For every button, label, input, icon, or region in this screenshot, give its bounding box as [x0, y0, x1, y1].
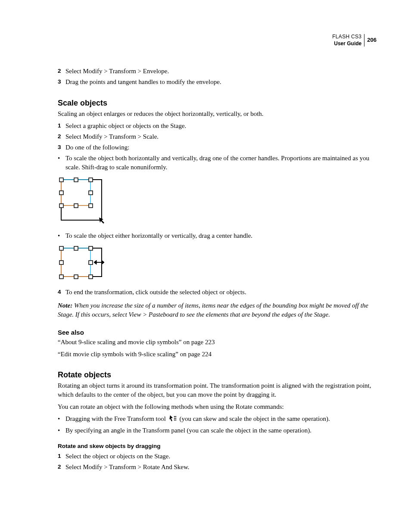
step-text: Drag the points and tangent handles to m…: [65, 78, 377, 87]
heading-rotate-skew-drag: Rotate and skew objects by dragging: [58, 443, 377, 449]
svg-rect-8: [89, 191, 93, 195]
step-number: 4: [58, 288, 65, 297]
svg-point-32: [175, 417, 176, 418]
step-text: Select a graphic object or objects on th…: [65, 121, 377, 131]
see-also-link: “About 9-slice scaling and movie clip sy…: [58, 338, 377, 346]
rotate-bullets: • Dragging with the Free Transform tool …: [58, 414, 377, 435]
svg-point-34: [175, 419, 176, 420]
header-inner: FLASH CS3 User Guide 206: [332, 34, 377, 47]
step-text: Select Modify > Transform > Rotate And S…: [65, 463, 377, 472]
page-header: FLASH CS3 User Guide 206: [58, 34, 377, 47]
page-content: FLASH CS3 User Guide 206 2 Select Modify…: [0, 0, 411, 501]
list-item: • To scale the object both horizontally …: [58, 154, 377, 172]
step-text: Do one of the following:: [65, 143, 377, 152]
rotate-p2: You can rotate an object with the follow…: [58, 402, 377, 411]
note-text: When you increase the size of a number o…: [58, 302, 368, 318]
svg-rect-23: [74, 275, 78, 279]
svg-rect-24: [89, 275, 93, 279]
figure-scale-corner: [58, 176, 377, 225]
bullet-marker: •: [58, 154, 65, 172]
step-number: 1: [58, 452, 65, 461]
svg-rect-10: [74, 204, 78, 208]
see-also-link: “Edit movie clip symbols with 9-slice sc…: [58, 350, 377, 358]
list-item: 3 Do one of the following:: [58, 143, 377, 152]
step-number: 2: [58, 67, 65, 76]
step-number: 3: [58, 143, 65, 152]
list-item: 1 Select the object or objects on the St…: [58, 452, 377, 461]
svg-rect-20: [59, 261, 63, 264]
svg-rect-7: [59, 191, 63, 195]
free-transform-tool-icon: [169, 415, 177, 424]
svg-point-29: [174, 416, 174, 417]
heading-see-also: See also: [58, 329, 377, 336]
list-item: 2 Select Modify > Transform > Scale.: [58, 132, 377, 141]
bullet-text-post: (you can skew and scale the object in th…: [179, 415, 330, 422]
note-block: Note: When you increase the size of a nu…: [58, 301, 377, 319]
bullet-marker: •: [58, 414, 65, 424]
list-item: • Dragging with the Free Transform tool …: [58, 414, 377, 424]
svg-rect-6: [89, 178, 93, 182]
list-item: 2 Select Modify > Transform > Envelope.: [58, 67, 377, 76]
list-item: 4 To end the transformation, click outsi…: [58, 288, 377, 297]
list-item: • By specifying an angle in the Transfor…: [58, 426, 377, 435]
step-text: Select Modify > Transform > Envelope.: [65, 67, 377, 76]
svg-rect-5: [74, 178, 78, 182]
svg-rect-4: [59, 178, 63, 182]
svg-rect-19: [89, 246, 93, 250]
bullet-marker: •: [58, 231, 65, 240]
scale-bullets-2: • To scale the object either horizontall…: [58, 231, 377, 240]
svg-rect-18: [74, 246, 78, 250]
bullet-text: By specifying an angle in the Transform …: [65, 426, 377, 435]
rotate-p1: Rotating an object turns it around its t…: [58, 381, 377, 399]
envelope-steps: 2 Select Modify > Transform > Envelope. …: [58, 67, 377, 87]
page-number: 206: [364, 34, 377, 47]
svg-point-33: [174, 419, 174, 420]
list-item: 3 Drag the points and tangent handles to…: [58, 78, 377, 87]
header-text-block: FLASH CS3 User Guide: [332, 34, 364, 47]
doc-subtitle: User Guide: [332, 40, 361, 47]
svg-point-31: [174, 417, 174, 418]
note-label: Note:: [58, 302, 72, 309]
svg-point-30: [175, 416, 176, 417]
svg-rect-9: [59, 204, 63, 208]
svg-rect-0: [61, 180, 102, 220]
bullet-text: To scale the object either horizontally …: [65, 231, 377, 240]
step-number: 1: [58, 121, 65, 131]
scale-steps: 1 Select a graphic object or objects on …: [58, 121, 377, 172]
scale-step4: 4 To end the transformation, click outsi…: [58, 288, 377, 297]
svg-marker-26: [94, 260, 97, 264]
scale-intro: Scaling an object enlarges or reduces th…: [58, 109, 377, 118]
doc-title: FLASH CS3: [332, 34, 361, 40]
svg-marker-28: [169, 415, 173, 421]
svg-rect-22: [59, 275, 63, 279]
step-number: 2: [58, 463, 65, 472]
step-number: 3: [58, 78, 65, 87]
step-text: Select Modify > Transform > Scale.: [65, 132, 377, 141]
bullet-text: Dragging with the Free Transform tool (y…: [65, 414, 377, 424]
step-number: 2: [58, 132, 65, 141]
figure-scale-center: [58, 245, 377, 282]
svg-rect-17: [59, 246, 63, 250]
list-item: 2 Select Modify > Transform > Rotate And…: [58, 463, 377, 472]
step-text: To end the transformation, click outside…: [65, 288, 377, 297]
step-text: Select the object or objects on the Stag…: [65, 452, 377, 461]
rotate-substeps: 1 Select the object or objects on the St…: [58, 452, 377, 472]
heading-scale-objects: Scale objects: [58, 99, 377, 108]
svg-rect-1: [61, 180, 90, 205]
bullet-text: To scale the object both horizontally an…: [65, 154, 377, 172]
bullet-text-pre: Dragging with the Free Transform tool: [65, 415, 166, 422]
svg-rect-14: [61, 248, 90, 277]
bullet-marker: •: [58, 426, 65, 435]
list-item: • To scale the object either horizontall…: [58, 231, 377, 240]
svg-rect-11: [89, 204, 93, 208]
list-item: 1 Select a graphic object or objects on …: [58, 121, 377, 131]
svg-marker-27: [102, 260, 104, 264]
heading-rotate-objects: Rotate objects: [58, 370, 377, 380]
svg-rect-21: [89, 261, 93, 264]
